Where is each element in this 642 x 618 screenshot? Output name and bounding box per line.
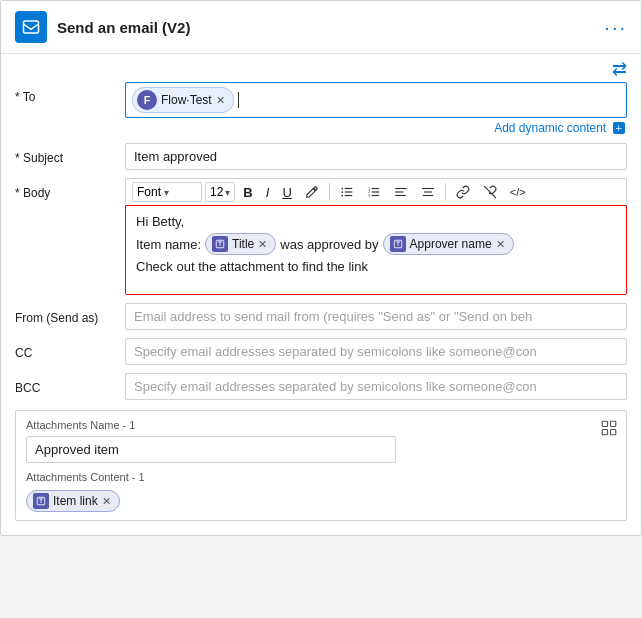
svg-text:3: 3 bbox=[368, 194, 370, 198]
to-tag: F Flow·Test ✕ bbox=[132, 87, 234, 113]
attachments-name-label: Attachments Name - 1 bbox=[26, 419, 616, 431]
body-field: Font ▾ 12 ▾ B I U bbox=[125, 178, 627, 295]
to-tag-avatar: F bbox=[137, 90, 157, 110]
header-title: Send an email (V2) bbox=[57, 19, 604, 36]
svg-point-4 bbox=[341, 188, 343, 190]
unlink-button[interactable] bbox=[478, 183, 502, 201]
dynamic-content-plus: + bbox=[613, 122, 625, 134]
form-body: * To F Flow·Test ✕ Add dynamic content + bbox=[1, 82, 641, 535]
bullets-button[interactable] bbox=[335, 183, 359, 201]
svg-rect-15 bbox=[395, 195, 406, 196]
email-form-card: Send an email (V2) ··· ⇄ * To F Flow·Tes… bbox=[0, 0, 642, 536]
svg-rect-25 bbox=[611, 430, 616, 435]
cc-label: CC bbox=[15, 338, 125, 360]
bcc-row: BCC bbox=[15, 373, 627, 400]
body-line2-prefix: Item name: bbox=[136, 237, 201, 252]
svg-rect-23 bbox=[611, 421, 616, 426]
header: Send an email (V2) ··· bbox=[1, 1, 641, 54]
cc-input[interactable] bbox=[125, 338, 627, 365]
subject-field bbox=[125, 143, 627, 170]
svg-rect-9 bbox=[371, 195, 379, 196]
numbered-list-button[interactable]: 123 bbox=[362, 183, 386, 201]
bcc-input[interactable] bbox=[125, 373, 627, 400]
svg-rect-3 bbox=[344, 195, 352, 196]
attachments-section: Attachments Name - 1 Attachments Content… bbox=[15, 410, 627, 521]
swap-icon-row: ⇄ bbox=[1, 54, 641, 82]
align-center-button[interactable] bbox=[416, 183, 440, 201]
to-field: F Flow·Test ✕ Add dynamic content + bbox=[125, 82, 627, 135]
svg-rect-7 bbox=[371, 188, 379, 189]
size-arrow: ▾ bbox=[225, 187, 230, 198]
svg-rect-8 bbox=[371, 191, 379, 192]
item-link-icon bbox=[33, 493, 49, 509]
svg-rect-16 bbox=[422, 188, 434, 189]
dynamic-content-link[interactable]: Add dynamic content + bbox=[125, 121, 627, 135]
svg-rect-1 bbox=[344, 188, 352, 189]
font-select[interactable]: Font ▾ bbox=[132, 182, 202, 202]
title-tag-text: Title bbox=[232, 237, 254, 251]
svg-rect-2 bbox=[344, 191, 352, 192]
approver-tag-close[interactable]: ✕ bbox=[496, 238, 505, 251]
item-link-close[interactable]: ✕ bbox=[102, 495, 111, 508]
from-field bbox=[125, 303, 627, 330]
svg-rect-22 bbox=[602, 421, 607, 426]
attachments-content-label: Attachments Content - 1 bbox=[26, 471, 616, 483]
item-link-tag: Item link ✕ bbox=[26, 490, 120, 512]
toolbar-divider-2 bbox=[445, 183, 446, 201]
body-label: * Body bbox=[15, 178, 125, 200]
subject-label: * Subject bbox=[15, 143, 125, 165]
svg-rect-13 bbox=[395, 188, 407, 189]
svg-rect-24 bbox=[602, 430, 607, 435]
font-arrow: ▾ bbox=[164, 187, 169, 198]
pen-button[interactable] bbox=[300, 183, 324, 201]
svg-point-6 bbox=[341, 195, 343, 197]
from-row: From (Send as) bbox=[15, 303, 627, 330]
subject-input[interactable] bbox=[125, 143, 627, 170]
body-editor[interactable]: Hi Betty, Item name: Title ✕ was approve… bbox=[125, 205, 627, 295]
body-row: * Body Font ▾ 12 ▾ B I U bbox=[15, 178, 627, 295]
body-line-3: Check out the attachment to find the lin… bbox=[136, 259, 616, 274]
size-label: 12 bbox=[210, 185, 223, 199]
cc-row: CC bbox=[15, 338, 627, 365]
svg-rect-17 bbox=[424, 191, 432, 192]
approver-tag-text: Approver name bbox=[410, 237, 492, 251]
body-line-2: Item name: Title ✕ was approved by bbox=[136, 233, 616, 255]
body-line-1: Hi Betty, bbox=[136, 214, 616, 229]
svg-point-5 bbox=[341, 191, 343, 193]
subject-row: * Subject bbox=[15, 143, 627, 170]
underline-button[interactable]: U bbox=[277, 183, 296, 202]
svg-rect-18 bbox=[423, 195, 434, 196]
to-tag-text: Flow·Test bbox=[161, 93, 212, 107]
toolbar-divider-1 bbox=[329, 183, 330, 201]
title-tag-icon bbox=[212, 236, 228, 252]
bold-button[interactable]: B bbox=[238, 183, 257, 202]
body-toolbar: Font ▾ 12 ▾ B I U bbox=[125, 178, 627, 205]
to-tag-close[interactable]: ✕ bbox=[216, 94, 225, 107]
bcc-field bbox=[125, 373, 627, 400]
from-label: From (Send as) bbox=[15, 303, 125, 325]
to-label: * To bbox=[15, 82, 125, 104]
title-tag: Title ✕ bbox=[205, 233, 276, 255]
more-options-button[interactable]: ··· bbox=[604, 16, 627, 39]
header-icon bbox=[15, 11, 47, 43]
attachments-name-input[interactable] bbox=[26, 436, 396, 463]
align-left-button[interactable] bbox=[389, 183, 413, 201]
font-size-select[interactable]: 12 ▾ bbox=[205, 182, 235, 202]
font-label: Font bbox=[137, 185, 161, 199]
attachments-delete-icon[interactable] bbox=[600, 419, 618, 440]
to-input-box[interactable]: F Flow·Test ✕ bbox=[125, 82, 627, 118]
code-button[interactable]: </> bbox=[505, 184, 531, 200]
title-tag-close[interactable]: ✕ bbox=[258, 238, 267, 251]
body-line2-mid: was approved by bbox=[280, 237, 378, 252]
swap-icon[interactable]: ⇄ bbox=[612, 58, 627, 80]
italic-button[interactable]: I bbox=[261, 183, 275, 202]
cc-field bbox=[125, 338, 627, 365]
svg-rect-0 bbox=[24, 21, 39, 33]
cursor bbox=[238, 92, 239, 108]
to-row: * To F Flow·Test ✕ Add dynamic content + bbox=[15, 82, 627, 135]
link-button[interactable] bbox=[451, 183, 475, 201]
from-input[interactable] bbox=[125, 303, 627, 330]
item-link-text: Item link bbox=[53, 494, 98, 508]
approver-tag-icon bbox=[390, 236, 406, 252]
approver-tag: Approver name ✕ bbox=[383, 233, 514, 255]
